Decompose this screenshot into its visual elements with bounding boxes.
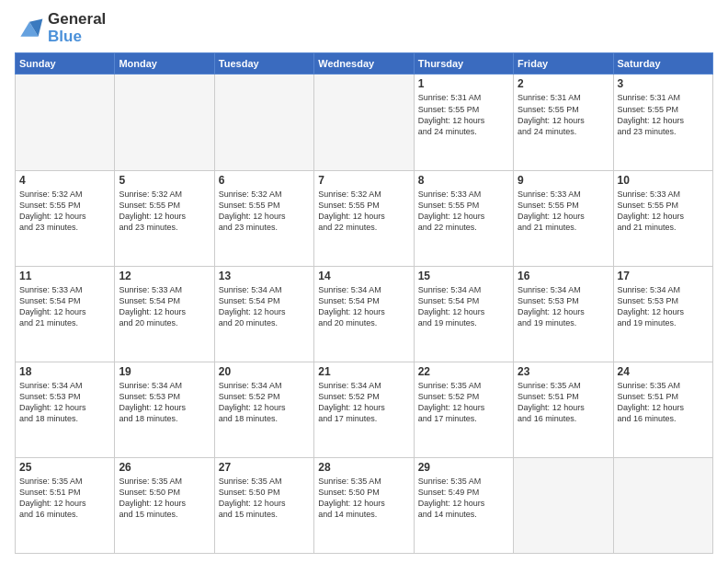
logo: General Blue [15,11,106,45]
calendar-cell: 1Sunrise: 5:31 AM Sunset: 5:55 PM Daylig… [414,75,513,170]
calendar-cell: 12Sunrise: 5:33 AM Sunset: 5:54 PM Dayli… [115,266,214,362]
calendar-cell: 7Sunrise: 5:32 AM Sunset: 5:55 PM Daylig… [314,170,414,266]
day-number: 10 [618,174,709,187]
day-number: 6 [219,174,310,187]
day-number: 29 [418,461,509,474]
calendar-cell [16,75,115,170]
calendar-table: SundayMondayTuesdayWednesdayThursdayFrid… [15,52,713,554]
calendar-cell: 20Sunrise: 5:34 AM Sunset: 5:52 PM Dayli… [214,362,313,457]
day-info: Sunrise: 5:33 AM Sunset: 5:55 PM Dayligh… [418,189,509,234]
day-number: 3 [618,77,709,90]
day-number: 2 [518,77,609,90]
day-info: Sunrise: 5:34 AM Sunset: 5:53 PM Dayligh… [119,380,210,425]
day-number: 25 [19,461,110,474]
day-info: Sunrise: 5:32 AM Sunset: 5:55 PM Dayligh… [318,189,409,234]
calendar-cell: 17Sunrise: 5:34 AM Sunset: 5:53 PM Dayli… [613,266,712,362]
day-info: Sunrise: 5:34 AM Sunset: 5:53 PM Dayligh… [518,284,609,329]
calendar-cell: 18Sunrise: 5:34 AM Sunset: 5:53 PM Dayli… [16,362,115,457]
weekday-header-saturday: Saturday [613,53,712,75]
day-info: Sunrise: 5:35 AM Sunset: 5:51 PM Dayligh… [19,476,110,521]
day-info: Sunrise: 5:35 AM Sunset: 5:49 PM Dayligh… [418,476,509,521]
day-number: 13 [219,270,310,282]
day-info: Sunrise: 5:35 AM Sunset: 5:51 PM Dayligh… [518,380,609,425]
day-info: Sunrise: 5:35 AM Sunset: 5:51 PM Dayligh… [618,380,709,425]
day-number: 8 [418,174,509,187]
weekday-header-thursday: Thursday [414,53,513,75]
calendar-cell: 2Sunrise: 5:31 AM Sunset: 5:55 PM Daylig… [514,75,613,170]
calendar-cell: 14Sunrise: 5:34 AM Sunset: 5:54 PM Dayli… [314,266,414,362]
day-number: 7 [318,174,409,187]
day-number: 27 [219,461,310,474]
weekday-header-tuesday: Tuesday [214,53,313,75]
calendar-cell: 27Sunrise: 5:35 AM Sunset: 5:50 PM Dayli… [214,457,313,553]
day-number: 14 [318,270,409,282]
page: General Blue SundayMondayTuesdayWednesda… [0,0,728,563]
day-number: 24 [618,365,709,378]
day-info: Sunrise: 5:31 AM Sunset: 5:55 PM Dayligh… [618,92,709,137]
day-number: 22 [418,365,509,378]
day-info: Sunrise: 5:32 AM Sunset: 5:55 PM Dayligh… [219,189,310,234]
day-number: 16 [518,270,609,282]
calendar-cell: 16Sunrise: 5:34 AM Sunset: 5:53 PM Dayli… [514,266,613,362]
day-info: Sunrise: 5:32 AM Sunset: 5:55 PM Dayligh… [19,189,110,234]
calendar-cell: 6Sunrise: 5:32 AM Sunset: 5:55 PM Daylig… [214,170,313,266]
day-info: Sunrise: 5:34 AM Sunset: 5:54 PM Dayligh… [219,284,310,329]
day-number: 26 [119,461,210,474]
week-row-1: 1Sunrise: 5:31 AM Sunset: 5:55 PM Daylig… [16,75,713,170]
day-number: 19 [119,365,210,378]
day-number: 23 [518,365,609,378]
day-number: 1 [418,77,509,90]
day-info: Sunrise: 5:31 AM Sunset: 5:55 PM Dayligh… [518,92,609,137]
calendar-cell: 23Sunrise: 5:35 AM Sunset: 5:51 PM Dayli… [514,362,613,457]
day-info: Sunrise: 5:35 AM Sunset: 5:50 PM Dayligh… [119,476,210,521]
calendar-cell: 19Sunrise: 5:34 AM Sunset: 5:53 PM Dayli… [115,362,214,457]
day-info: Sunrise: 5:33 AM Sunset: 5:55 PM Dayligh… [618,189,709,234]
day-number: 4 [19,174,110,187]
calendar-cell: 26Sunrise: 5:35 AM Sunset: 5:50 PM Dayli… [115,457,214,553]
week-row-3: 11Sunrise: 5:33 AM Sunset: 5:54 PM Dayli… [16,266,713,362]
calendar-cell [613,457,712,553]
day-number: 28 [318,461,409,474]
logo-line2: Blue [48,29,106,46]
calendar-cell: 5Sunrise: 5:32 AM Sunset: 5:55 PM Daylig… [115,170,214,266]
header: General Blue [15,11,713,45]
day-info: Sunrise: 5:34 AM Sunset: 5:54 PM Dayligh… [318,284,409,329]
week-row-5: 25Sunrise: 5:35 AM Sunset: 5:51 PM Dayli… [16,457,713,553]
calendar-cell: 25Sunrise: 5:35 AM Sunset: 5:51 PM Dayli… [16,457,115,553]
day-number: 20 [219,365,310,378]
calendar-cell: 28Sunrise: 5:35 AM Sunset: 5:50 PM Dayli… [314,457,414,553]
calendar-cell [514,457,613,553]
weekday-header-friday: Friday [514,53,613,75]
calendar-cell: 8Sunrise: 5:33 AM Sunset: 5:55 PM Daylig… [414,170,513,266]
day-number: 18 [19,365,110,378]
day-info: Sunrise: 5:33 AM Sunset: 5:55 PM Dayligh… [518,189,609,234]
day-number: 12 [119,270,210,282]
calendar-cell [214,75,313,170]
day-info: Sunrise: 5:31 AM Sunset: 5:55 PM Dayligh… [418,92,509,137]
day-info: Sunrise: 5:35 AM Sunset: 5:52 PM Dayligh… [418,380,509,425]
logo-icon [15,16,44,41]
calendar-cell: 9Sunrise: 5:33 AM Sunset: 5:55 PM Daylig… [514,170,613,266]
day-info: Sunrise: 5:34 AM Sunset: 5:52 PM Dayligh… [219,380,310,425]
weekday-header-sunday: Sunday [16,53,115,75]
weekday-header-wednesday: Wednesday [314,53,414,75]
day-info: Sunrise: 5:34 AM Sunset: 5:54 PM Dayligh… [418,284,509,329]
day-info: Sunrise: 5:34 AM Sunset: 5:52 PM Dayligh… [318,380,409,425]
day-number: 21 [318,365,409,378]
weekday-header-monday: Monday [115,53,214,75]
day-number: 9 [518,174,609,187]
day-info: Sunrise: 5:33 AM Sunset: 5:54 PM Dayligh… [19,284,110,329]
calendar-cell: 22Sunrise: 5:35 AM Sunset: 5:52 PM Dayli… [414,362,513,457]
weekday-header-row: SundayMondayTuesdayWednesdayThursdayFrid… [16,53,713,75]
day-info: Sunrise: 5:35 AM Sunset: 5:50 PM Dayligh… [219,476,310,521]
calendar-cell [314,75,414,170]
calendar-cell: 21Sunrise: 5:34 AM Sunset: 5:52 PM Dayli… [314,362,414,457]
day-info: Sunrise: 5:34 AM Sunset: 5:53 PM Dayligh… [618,284,709,329]
calendar-cell: 13Sunrise: 5:34 AM Sunset: 5:54 PM Dayli… [214,266,313,362]
week-row-4: 18Sunrise: 5:34 AM Sunset: 5:53 PM Dayli… [16,362,713,457]
calendar-cell: 3Sunrise: 5:31 AM Sunset: 5:55 PM Daylig… [613,75,712,170]
calendar-cell: 4Sunrise: 5:32 AM Sunset: 5:55 PM Daylig… [16,170,115,266]
day-info: Sunrise: 5:33 AM Sunset: 5:54 PM Dayligh… [119,284,210,329]
day-info: Sunrise: 5:34 AM Sunset: 5:53 PM Dayligh… [19,380,110,425]
day-number: 17 [618,270,709,282]
